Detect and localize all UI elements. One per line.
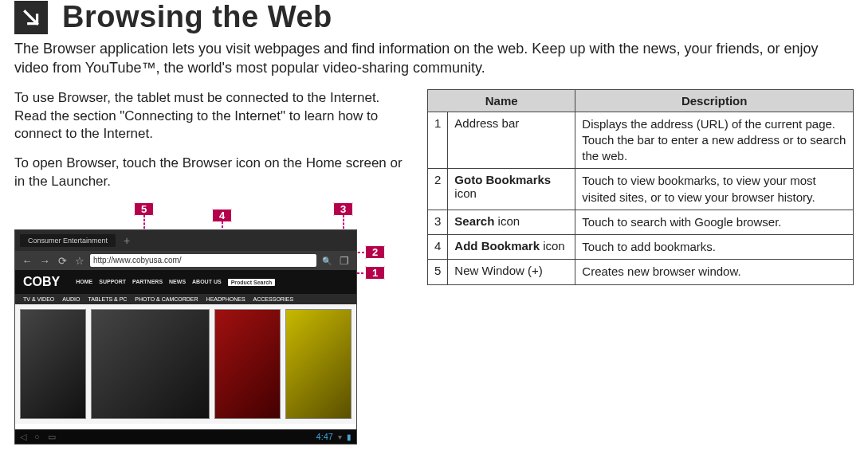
features-table: Name Description 1 Address bar Displays …: [427, 89, 854, 285]
row-num: 1: [428, 112, 448, 169]
row-num: 3: [428, 210, 448, 234]
table-row: 1 Address bar Displays the address (URL)…: [428, 112, 854, 169]
bookmark-star-icon[interactable]: ☆: [73, 253, 87, 268]
th-desc: Description: [575, 89, 854, 112]
site-logo: COBY: [23, 275, 60, 289]
menu-support[interactable]: SUPPORT: [99, 279, 126, 286]
site-categories: TV & VIDEO AUDIO TABLETS & PC PHOTO & CA…: [15, 294, 356, 304]
left-column: To use Browser, the tablet must be conne…: [14, 89, 405, 445]
menu-about[interactable]: ABOUT US: [192, 279, 222, 286]
intro-text: The Browser application lets you visit w…: [14, 39, 854, 78]
table-row: 4 Add Bookmark icon Touch to add bookmar…: [428, 235, 854, 260]
row-name: Address bar: [448, 112, 575, 169]
bookmarks-icon[interactable]: ❐: [337, 253, 352, 268]
callout-3: 3: [333, 202, 353, 216]
cat-audio[interactable]: AUDIO: [62, 296, 80, 302]
page-header: Browsing the Web: [14, 0, 854, 34]
row-desc: Displays the address (URL) of the curren…: [575, 112, 854, 169]
cat-accessories[interactable]: ACCESSORIES: [253, 296, 294, 302]
row-num: 2: [428, 169, 448, 210]
browser-screenshot: Consumer Entertainment + ← → ⟳ ☆ http://…: [14, 229, 357, 445]
menu-home[interactable]: HOME: [76, 279, 92, 286]
row-num: 5: [428, 260, 448, 284]
cat-tablets[interactable]: TABLETS & PC: [88, 296, 127, 302]
callout-2: 2: [365, 245, 385, 259]
page-title: Browsing the Web: [62, 0, 332, 34]
product-thumb: [91, 309, 209, 419]
cat-tv[interactable]: TV & VIDEO: [23, 296, 54, 302]
cat-photo[interactable]: PHOTO & CAMCORDER: [135, 296, 198, 302]
callout-5: 5: [134, 202, 154, 216]
table-row: 2 Goto Bookmarks icon Touch to view book…: [428, 169, 854, 210]
product-thumb: [214, 309, 281, 419]
row-name: Add Bookmark icon: [448, 235, 575, 260]
section-arrow-icon: [14, 1, 48, 34]
callout-1: 1: [365, 266, 385, 280]
menu-news[interactable]: NEWS: [169, 279, 186, 286]
row-name: Search icon: [448, 210, 575, 234]
left-paragraph-1: To use Browser, the tablet must be conne…: [14, 89, 405, 144]
row-desc: Creates new browser window.: [575, 260, 854, 284]
product-thumb: [20, 309, 86, 419]
search-icon[interactable]: 🔍: [320, 253, 334, 268]
new-tab-plus-icon[interactable]: +: [120, 234, 133, 247]
product-thumb: [285, 309, 352, 419]
row-num: 4: [428, 235, 448, 260]
recent-system-icon[interactable]: ▭: [48, 432, 56, 442]
forward-icon[interactable]: →: [37, 253, 52, 268]
table-row: 3 Search icon Touch to search with Googl…: [428, 210, 854, 234]
browser-figure: 5 4 3 2 1 Consumer Entertainment + ← → ⟳: [14, 202, 405, 445]
back-icon[interactable]: ←: [20, 253, 34, 268]
callout-4: 4: [212, 209, 232, 222]
back-system-icon[interactable]: ◁: [20, 432, 26, 442]
menu-partners[interactable]: PARTNERS: [132, 279, 163, 286]
address-bar[interactable]: http://www.cobyusa.com/: [90, 254, 316, 267]
row-desc: Touch to search with Google browser.: [575, 210, 854, 234]
webpage-content: COBY HOME SUPPORT PARTNERS NEWS ABOUT US…: [15, 270, 356, 429]
row-desc: Touch to add bookmarks.: [575, 235, 854, 260]
left-paragraph-2: To open Browser, touch the Browser icon …: [14, 155, 405, 191]
table-row: 5 New Window (+) Creates new browser win…: [428, 260, 854, 284]
wifi-icon: ▾: [338, 433, 342, 441]
th-name: Name: [428, 89, 575, 112]
row-name: New Window (+): [448, 260, 575, 284]
refresh-icon[interactable]: ⟳: [55, 253, 69, 268]
battery-icon: ▮: [347, 433, 352, 441]
row-desc: Touch to view bookmarks, to view your mo…: [575, 169, 854, 210]
system-clock: 4:47: [316, 432, 333, 441]
row-name: Goto Bookmarks icon: [448, 169, 575, 210]
right-column: Name Description 1 Address bar Displays …: [427, 89, 854, 445]
browser-tab[interactable]: Consumer Entertainment: [20, 234, 116, 247]
home-system-icon[interactable]: ○: [34, 432, 40, 442]
product-search[interactable]: Product Search: [228, 279, 276, 286]
cat-headphones[interactable]: HEADPHONES: [206, 296, 245, 302]
site-top-menu: HOME SUPPORT PARTNERS NEWS ABOUT US Prod…: [76, 279, 275, 286]
